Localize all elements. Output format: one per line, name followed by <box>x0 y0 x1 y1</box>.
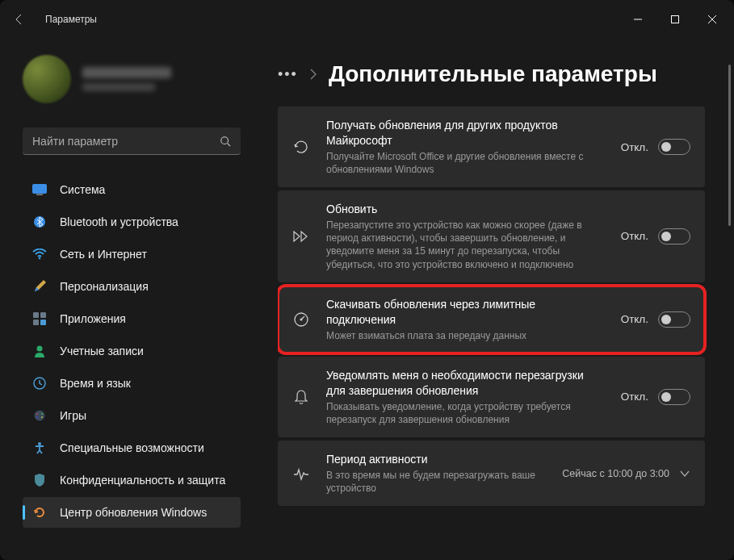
accessibility-icon <box>32 441 47 455</box>
fast-forward-icon <box>292 230 310 243</box>
history-icon <box>292 139 310 155</box>
sidebar-item-label: Приложения <box>60 312 126 325</box>
search-input[interactable] <box>32 135 220 148</box>
activity-icon <box>292 466 310 481</box>
avatar <box>23 55 71 103</box>
setting-desc: Показывать уведомление, когда устройству… <box>326 400 605 426</box>
scrollbar[interactable] <box>728 65 731 550</box>
setting-title: Обновить <box>326 202 605 217</box>
sidebar-item-network[interactable]: Сеть и Интернет <box>23 239 241 270</box>
setting-title: Уведомлять меня о необходимости перезагр… <box>326 368 605 399</box>
maximize-button[interactable] <box>656 6 694 32</box>
close-button[interactable] <box>694 6 731 32</box>
setting-active-hours[interactable]: Период активности В это время мы не буде… <box>278 441 705 506</box>
svg-point-16 <box>41 416 43 418</box>
shield-icon <box>32 473 47 487</box>
user-email <box>82 83 155 91</box>
svg-rect-2 <box>33 185 47 194</box>
person-icon <box>32 344 47 358</box>
sidebar-item-label: Специальные возможности <box>60 441 204 454</box>
update-icon <box>32 505 47 520</box>
sidebar-item-label: Система <box>60 183 105 196</box>
sidebar-item-bluetooth[interactable]: Bluetooth и устройства <box>23 207 241 237</box>
back-button[interactable] <box>3 3 36 36</box>
toggle-state: Откл. <box>621 391 648 403</box>
setting-desc: Перезапустите это устройство как можно с… <box>326 219 605 271</box>
setting-restart-asap[interactable]: Обновить Перезапустите это устройство ка… <box>278 190 705 282</box>
breadcrumb-more-icon[interactable]: ••• <box>278 66 298 83</box>
svg-point-12 <box>35 411 45 421</box>
sidebar-item-accounts[interactable]: Учетные записи <box>23 336 241 366</box>
sidebar-item-label: Игры <box>60 409 86 422</box>
setting-desc: Получайте Microsoft Office и другие обно… <box>326 150 605 176</box>
toggle-state: Откл. <box>621 141 648 153</box>
svg-point-1 <box>221 136 229 144</box>
setting-value: Сейчас с 10:00 до 3:00 <box>562 468 669 479</box>
main-content: ••• Дополнительные параметры Получать об… <box>250 39 734 560</box>
svg-point-17 <box>38 442 41 445</box>
sidebar-item-label: Учетные записи <box>60 345 144 357</box>
sidebar-item-label: Персонализация <box>60 280 149 293</box>
minimize-button[interactable] <box>619 6 656 32</box>
svg-point-19 <box>300 318 303 320</box>
toggle-switch[interactable] <box>658 389 690 405</box>
user-block[interactable] <box>23 39 241 113</box>
sidebar-item-time[interactable]: Время и язык <box>23 368 241 399</box>
chevron-down-icon <box>679 470 690 478</box>
wifi-icon <box>32 247 47 261</box>
sidebar-item-label: Центр обновления Windows <box>60 506 207 519</box>
setting-notify-restart[interactable]: Уведомлять меня о необходимости перезагр… <box>278 357 705 437</box>
sidebar-item-label: Время и язык <box>60 377 131 390</box>
svg-rect-9 <box>40 320 46 325</box>
toggle-switch[interactable] <box>658 139 690 155</box>
titlebar: Параметры <box>0 0 734 39</box>
sidebar: Система Bluetooth и устройства Сеть и Ин… <box>0 39 250 560</box>
clock-icon <box>32 376 47 391</box>
toggle-switch[interactable] <box>658 228 690 244</box>
sidebar-item-accessibility[interactable]: Специальные возможности <box>23 433 241 463</box>
svg-point-14 <box>41 413 43 415</box>
sidebar-item-label: Конфиденциальность и защита <box>60 474 225 487</box>
setting-desc: Может взиматься плата за передачу данных <box>326 329 605 342</box>
svg-rect-6 <box>33 312 39 318</box>
search-box[interactable] <box>23 127 241 155</box>
breadcrumb: ••• Дополнительные параметры <box>278 61 724 87</box>
page-title: Дополнительные параметры <box>329 61 657 87</box>
svg-rect-8 <box>33 320 39 325</box>
gauge-icon <box>292 311 310 328</box>
setting-title: Получать обновления для других продуктов… <box>326 118 605 148</box>
toggle-switch[interactable] <box>658 311 690 328</box>
sidebar-item-system[interactable]: Система <box>23 174 241 205</box>
brush-icon <box>32 279 47 294</box>
chevron-right-icon <box>309 69 317 80</box>
setting-title: Скачивать обновления через лимитные подк… <box>326 297 605 328</box>
svg-point-15 <box>36 416 38 418</box>
svg-point-13 <box>36 413 38 415</box>
sidebar-item-personalize[interactable]: Персонализация <box>23 271 241 302</box>
sidebar-item-gaming[interactable]: Игры <box>23 400 241 431</box>
svg-rect-0 <box>672 16 679 23</box>
setting-other-products[interactable]: Получать обновления для других продуктов… <box>278 107 705 187</box>
scrollbar-thumb[interactable] <box>728 65 731 226</box>
setting-metered[interactable]: Скачивать обновления через лимитные подк… <box>278 286 705 353</box>
toggle-state: Откл. <box>621 230 648 242</box>
nav: Система Bluetooth и устройства Сеть и Ин… <box>23 174 241 528</box>
search-icon <box>220 136 231 147</box>
user-name <box>82 67 171 78</box>
sidebar-item-privacy[interactable]: Конфиденциальность и защита <box>23 465 241 495</box>
sidebar-item-label: Сеть и Интернет <box>60 248 147 261</box>
system-icon <box>32 182 47 197</box>
window-title: Параметры <box>45 14 97 25</box>
svg-rect-7 <box>40 312 46 318</box>
toggle-state: Откл. <box>621 313 648 325</box>
bell-icon <box>292 389 310 405</box>
apps-icon <box>32 311 47 326</box>
settings-list: Получать обновления для других продуктов… <box>278 107 724 506</box>
setting-title: Период активности <box>326 452 546 467</box>
sidebar-item-apps[interactable]: Приложения <box>23 303 241 334</box>
sidebar-item-update[interactable]: Центр обновления Windows <box>23 497 241 528</box>
setting-desc: В это время мы не будем перезагружать ва… <box>326 469 546 495</box>
bluetooth-icon <box>32 215 47 229</box>
sidebar-item-label: Bluetooth и устройства <box>60 215 178 228</box>
gamepad-icon <box>32 408 47 423</box>
